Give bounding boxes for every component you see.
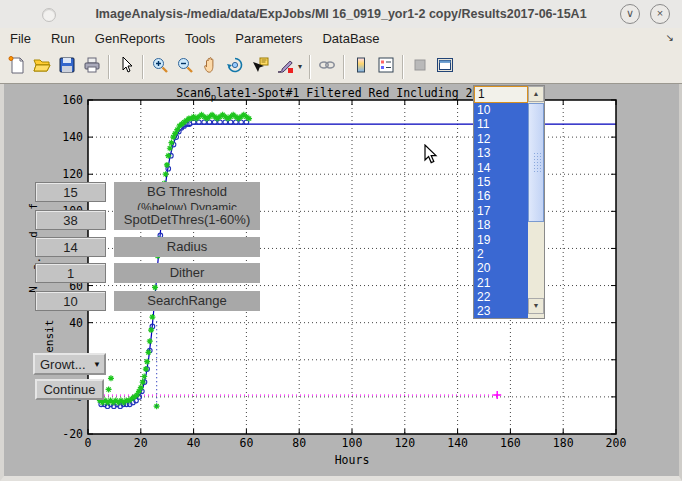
svg-text:20: 20 [134,436,148,450]
y-axis-label-fragment: f [27,203,40,210]
toolbar-separator [108,55,109,79]
pointer-arrow-icon [116,55,136,79]
plot-title-prefix: Scan6 [176,86,211,100]
hand-icon [200,55,220,79]
list-item[interactable]: 18 [474,218,528,232]
scrollbar-thumb[interactable] [528,103,544,222]
printer-icon [82,55,102,79]
menubar: File Run GenReports Tools Parameters Dat… [0,28,682,50]
colorbar-icon [351,55,371,79]
dither-input[interactable] [35,263,106,283]
list-item[interactable]: 2 [474,247,528,261]
save-button[interactable] [54,54,79,80]
list-item[interactable]: 16 [474,189,528,203]
spot-det-thres-label: SpotDetThres(1-60%) [114,210,260,230]
listbox-items: 10 11 12 13 14 15 16 17 18 19 2 20 21 22… [474,103,528,319]
disabled-square-icon [410,55,430,79]
close-button[interactable]: × [650,4,670,24]
toolbar-separator [309,55,310,79]
new-file-button[interactable] [4,54,29,80]
toolbar: ▾ [0,50,682,84]
toolbar-separator [402,55,403,79]
spot-det-thres-input[interactable] [35,210,106,230]
bg-threshold-input[interactable] [35,182,106,202]
svg-text:160: 160 [500,436,521,450]
shade-button[interactable]: ∨ [620,4,640,24]
svg-text:0: 0 [85,436,92,450]
scrollbar-down-button[interactable]: ▼ [528,298,544,314]
titlebar: ImageAnalysis-/media/data/ExpJobs/MI 16_… [0,0,682,29]
continue-button[interactable]: Continue [35,379,104,400]
zoom-in-icon [150,55,170,79]
list-item[interactable]: 21 [474,276,528,290]
radius-input[interactable] [35,237,106,257]
bg-threshold-label: BG Threshold [114,182,260,202]
mouse-cursor-icon [424,144,438,169]
save-floppy-icon [57,55,77,79]
svg-text:200: 200 [606,436,627,450]
brush-button[interactable] [272,54,297,80]
svg-text:60: 60 [239,436,253,450]
search-range-label: SearchRange [114,291,260,311]
menu-corner-arrow-icon: ↘ [666,32,674,43]
link-plots-button[interactable] [314,54,339,80]
continue-button-label: Continue [43,382,95,397]
menu-database[interactable]: DataBase [312,28,389,50]
menu-tools[interactable]: Tools [175,28,225,50]
list-item[interactable]: 10 [474,103,528,117]
legend-icon [376,55,396,79]
new-file-icon [7,55,27,79]
open-folder-icon [32,55,52,79]
brush-dropdown-caret[interactable]: ▾ [295,62,305,71]
list-item[interactable]: 19 [474,233,528,247]
open-file-button[interactable] [29,54,54,80]
list-item[interactable]: 15 [474,175,528,189]
window-title: ImageAnalysis-/media/data/ExpJobs/MI 16_… [0,7,682,21]
list-item[interactable]: 22 [474,290,528,304]
list-item[interactable]: 20 [474,261,528,275]
list-item[interactable]: 17 [474,204,528,218]
zoom-in-button[interactable] [147,54,172,80]
growth-dropdown-button[interactable]: Growt... ▼ [33,353,106,375]
insert-button-disabled [407,54,432,80]
dropdown-caret-icon: ▼ [93,360,101,369]
listbox-selected-value[interactable]: 1 [474,86,528,103]
svg-text:120: 120 [394,436,415,450]
svg-text:140: 140 [62,130,83,144]
list-item[interactable]: 13 [474,146,528,160]
colorbar-button[interactable] [348,54,373,80]
svg-text:120: 120 [62,167,83,181]
svg-text:-20: -20 [62,427,83,441]
rotate-3d-icon [225,55,245,79]
zoom-out-icon [175,55,195,79]
svg-text:40: 40 [69,316,83,330]
x-axis-label: Hours [88,453,616,467]
chain-link-icon [317,55,337,79]
figure-window-button[interactable] [432,54,457,80]
figure-window-icon [435,55,455,79]
list-item[interactable]: 23 [474,304,528,318]
zoom-out-button[interactable] [172,54,197,80]
list-item[interactable]: 14 [474,161,528,175]
svg-text:100: 100 [342,436,363,450]
print-button[interactable] [79,54,104,80]
legend-button[interactable] [373,54,398,80]
listbox-scrollbar: ▲ ▼ [528,86,544,318]
scrollbar-grip [533,152,541,174]
search-range-input[interactable] [35,291,106,311]
svg-text:140: 140 [447,436,468,450]
pan-tool-button[interactable] [197,54,222,80]
rotate-3d-button[interactable] [222,54,247,80]
growth-button-label: Growt... [40,357,86,372]
pointer-tool-button[interactable] [113,54,138,80]
list-item[interactable]: 12 [474,132,528,146]
dither-label: Dither [114,263,260,283]
menu-file[interactable]: File [0,28,41,50]
list-item[interactable]: 11 [474,117,528,131]
menu-genreports[interactable]: GenReports [85,28,175,50]
data-cursor-button[interactable] [247,54,272,80]
menu-parameters[interactable]: Parameters [225,28,312,50]
spot-number-listbox: 1 10 11 12 13 14 15 16 17 18 19 2 20 21 … [473,85,545,319]
menu-run[interactable]: Run [41,28,85,50]
scrollbar-up-button[interactable]: ▲ [528,86,544,102]
